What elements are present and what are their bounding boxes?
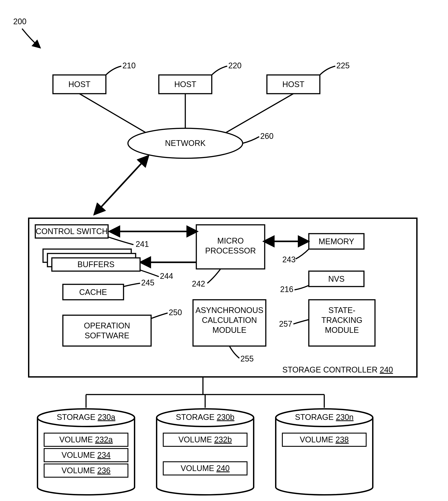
storage-n: STORAGE 230n VOLUME 238 xyxy=(276,409,373,495)
svg-text:VOLUME  234: VOLUME 234 xyxy=(62,451,111,460)
svg-text:260: 260 xyxy=(260,132,273,141)
svg-text:CALCULATION: CALCULATION xyxy=(202,316,257,325)
svg-text:CONTROL SWITCH: CONTROL SWITCH xyxy=(36,227,108,236)
svg-text:HOST: HOST xyxy=(174,80,196,89)
svg-text:STORAGE  230n: STORAGE 230n xyxy=(295,413,353,422)
svg-text:245: 245 xyxy=(141,278,154,287)
svg-text:VOLUME  232b: VOLUME 232b xyxy=(178,435,232,444)
svg-text:STORAGE  230a: STORAGE 230a xyxy=(57,413,115,422)
svg-text:VOLUME  240: VOLUME 240 xyxy=(181,464,230,473)
svg-text:243: 243 xyxy=(282,255,296,264)
svg-text:242: 242 xyxy=(192,279,205,288)
svg-text:MODULE: MODULE xyxy=(325,326,359,334)
svg-text:220: 220 xyxy=(228,61,241,70)
svg-text:244: 244 xyxy=(160,272,173,281)
svg-text:HOST: HOST xyxy=(282,80,304,89)
svg-text:255: 255 xyxy=(240,354,254,363)
host-1: HOST 210 xyxy=(53,61,136,94)
svg-text:HOST: HOST xyxy=(68,80,90,89)
svg-text:250: 250 xyxy=(169,308,182,317)
svg-text:216: 216 xyxy=(280,285,293,294)
host-3: HOST 225 xyxy=(267,61,350,94)
svg-text:ASYNCHRONOUS: ASYNCHRONOUS xyxy=(195,306,263,315)
svg-rect-40 xyxy=(63,315,151,346)
svg-text:210: 210 xyxy=(122,61,136,70)
svg-text:TRACKING: TRACKING xyxy=(321,316,362,325)
svg-text:241: 241 xyxy=(136,240,149,249)
svg-text:VOLUME  238: VOLUME 238 xyxy=(300,435,349,444)
figure-ref: 200 xyxy=(13,17,27,26)
svg-text:STORAGE  230b: STORAGE 230b xyxy=(176,413,235,422)
svg-line-11 xyxy=(225,94,293,133)
svg-text:STATE-: STATE- xyxy=(328,306,356,315)
svg-text:MICRO: MICRO xyxy=(217,236,244,245)
svg-text:SOFTWARE: SOFTWARE xyxy=(85,331,129,340)
svg-text:NVS: NVS xyxy=(328,274,345,283)
storage-controller-title: STORAGE CONTROLLER 240 xyxy=(282,365,393,374)
svg-text:NETWORK: NETWORK xyxy=(165,139,206,148)
svg-line-9 xyxy=(80,94,147,133)
storage-b: STORAGE 230b VOLUME 232b VOLUME 240 xyxy=(157,409,254,495)
svg-text:257: 257 xyxy=(279,319,292,328)
svg-text:VOLUME  232a: VOLUME 232a xyxy=(59,435,113,444)
svg-text:MODULE: MODULE xyxy=(212,326,246,334)
svg-text:VOLUME  236: VOLUME 236 xyxy=(62,466,111,475)
svg-line-15 xyxy=(95,156,148,214)
svg-text:225: 225 xyxy=(336,61,350,70)
svg-text:CACHE: CACHE xyxy=(79,288,107,297)
svg-text:MEMORY: MEMORY xyxy=(319,237,354,246)
host-2: HOST 220 xyxy=(159,61,241,94)
svg-text:BUFFERS: BUFFERS xyxy=(78,260,114,269)
storage-a: STORAGE 230a VOLUME 232a VOLUME 234 VOLU… xyxy=(37,409,135,495)
svg-text:PROCESSOR: PROCESSOR xyxy=(205,246,256,255)
svg-text:OPERATION: OPERATION xyxy=(84,321,130,330)
network-node: NETWORK 260 xyxy=(128,128,273,158)
